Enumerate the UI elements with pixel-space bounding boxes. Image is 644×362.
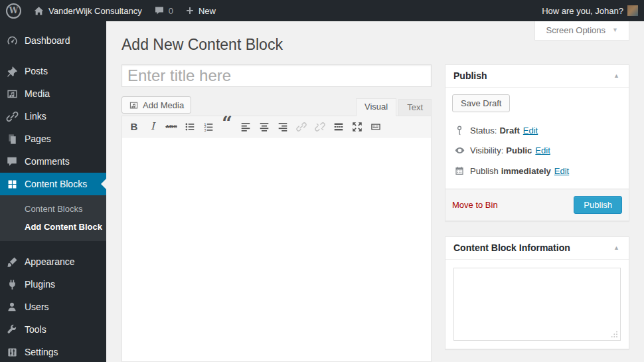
status-value: Draft [499, 126, 519, 136]
edit-status-link[interactable]: Edit [523, 126, 538, 136]
sidebar-item-pages[interactable]: Pages [0, 128, 106, 150]
brush-icon [5, 255, 19, 268]
sidebar-item-posts[interactable]: Posts [0, 60, 106, 82]
publish-box-title: Publish [453, 70, 487, 82]
sidebar-item-comments[interactable]: Comments [0, 150, 106, 173]
sidebar-item-label: Pages [25, 134, 51, 144]
content-block-information-textarea[interactable] [453, 268, 621, 341]
save-draft-button[interactable]: Save Draft [452, 94, 510, 112]
sidebar-item-content-blocks[interactable]: Content Blocks [0, 173, 106, 195]
admin-bar-right: How are you, Johan? [536, 0, 644, 21]
sidebar-item-label: Comments [25, 156, 70, 167]
screen-options-tab[interactable]: Screen Options ▼ [534, 21, 629, 41]
sidebar-item-plugins[interactable]: Plugins [0, 273, 106, 296]
editor-canvas[interactable] [122, 137, 431, 361]
numbered-list-button[interactable]: 123 [200, 119, 217, 135]
edit-schedule-link[interactable]: Edit [554, 166, 569, 176]
bulleted-list-button[interactable] [181, 119, 199, 135]
strikethrough-button[interactable]: ABC [163, 119, 180, 135]
align-right-button[interactable] [274, 119, 291, 135]
info-box-body [445, 260, 629, 349]
new-menu[interactable]: New [179, 0, 222, 21]
visibility-label: Visibility: [470, 145, 503, 155]
sidebar-item-media[interactable]: Media [0, 82, 106, 105]
fullscreen-button[interactable] [349, 119, 366, 135]
bulleted-list-icon [184, 121, 196, 133]
editor-toolbar: B I ABC 123 “ [122, 116, 431, 137]
insert-link-button[interactable] [293, 119, 310, 135]
my-account-menu[interactable]: How are you, Johan? [536, 0, 644, 21]
tab-text[interactable]: Text [398, 99, 432, 116]
wordpress-logo-menu[interactable]: W [0, 0, 27, 21]
info-box-header: Content Block Information ▲ [445, 237, 629, 260]
sidebar-item-appearance[interactable]: Appearance [0, 250, 106, 273]
sidebar-item-users[interactable]: Users [0, 296, 106, 318]
svg-text:3: 3 [204, 128, 206, 132]
link-chain-icon [5, 110, 19, 123]
comments-menu[interactable]: 0 [148, 0, 179, 21]
submenu-item-add-content-block[interactable]: Add Content Block [0, 218, 106, 236]
remove-link-button[interactable] [311, 119, 329, 135]
sidebar-item-tools[interactable]: Tools [0, 318, 106, 341]
move-to-bin-link[interactable]: Move to Bin [452, 200, 498, 210]
add-media-label: Add Media [143, 100, 184, 110]
publish-box-header: Publish ▲ [445, 65, 629, 88]
menu-separator [0, 52, 106, 60]
status-label: Status: [470, 126, 497, 136]
align-center-button[interactable] [256, 119, 273, 135]
edit-visibility-link[interactable]: Edit [535, 145, 550, 155]
content-block-information-box: Content Block Information ▲ [445, 236, 629, 349]
sidebar-item-label: Appearance [25, 256, 75, 267]
sidebar-item-label: Dashboard [25, 35, 70, 46]
add-media-button[interactable]: Add Media [121, 96, 191, 114]
pages-icon [5, 132, 19, 145]
numbered-list-icon: 123 [202, 121, 214, 133]
remove-link-icon [314, 121, 326, 133]
toolbar-toggle-button[interactable] [367, 119, 384, 135]
bold-button[interactable]: B [125, 119, 143, 135]
site-menu[interactable]: VanderWijk Consultancy [27, 0, 148, 21]
sidebar-item-label: Settings [25, 347, 58, 357]
eye-icon [453, 145, 465, 156]
sidebar-item-label: Plugins [25, 279, 55, 290]
wrench-icon [5, 323, 19, 336]
calendar-icon [453, 165, 465, 176]
greeting-label: How are you, Johan? [542, 6, 623, 16]
menu-separator [0, 241, 106, 250]
schedule-row: Publish immediately Edit [445, 161, 629, 181]
sidebar-item-label: Users [25, 302, 49, 312]
collapse-toggle-icon[interactable]: ▲ [612, 72, 621, 80]
collapse-toggle-icon[interactable]: ▲ [612, 244, 621, 252]
sidebar-item-dashboard[interactable]: Dashboard [0, 29, 106, 52]
title-input[interactable] [121, 64, 432, 87]
status-row: Status: Draft Edit [445, 120, 629, 140]
more-tag-button[interactable] [330, 119, 347, 135]
editor-tools: Add Media Visual Text [121, 96, 432, 116]
chevron-down-icon: ▼ [612, 27, 618, 33]
user-icon [5, 300, 19, 314]
plug-icon [5, 278, 19, 291]
submenu-item-content-blocks[interactable]: Content Blocks [0, 200, 106, 218]
align-right-icon [277, 121, 289, 133]
publish-button[interactable]: Publish [574, 196, 622, 214]
sidebar-item-links[interactable]: Links [0, 105, 106, 128]
italic-button[interactable]: I [144, 119, 161, 135]
align-left-button[interactable] [237, 119, 254, 135]
visibility-value: Public [506, 145, 532, 155]
italic-icon: I [151, 122, 155, 132]
align-center-icon [258, 121, 270, 133]
strikethrough-icon: ABC [165, 124, 177, 130]
save-draft-row: Save Draft [445, 88, 629, 119]
schedule-label: Publish [470, 166, 499, 176]
media-icon [129, 100, 139, 110]
screen-options-label: Screen Options [546, 25, 605, 35]
sidebar-item-settings[interactable]: Settings [0, 341, 106, 362]
comment-bubble-icon [154, 5, 165, 16]
tab-visual[interactable]: Visual [356, 98, 396, 116]
blockquote-button[interactable]: “ [218, 119, 236, 135]
blockquote-icon: “ [222, 124, 232, 130]
insert-link-icon [295, 121, 307, 133]
admin-bar: W VanderWijk Consultancy 0 New How are y… [0, 0, 644, 21]
sidebar-item-label: Media [25, 88, 50, 99]
side-column: Publish ▲ Save Draft Status: Draft Edit [445, 64, 629, 349]
